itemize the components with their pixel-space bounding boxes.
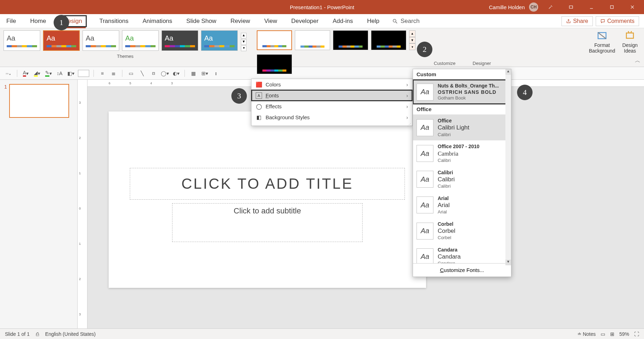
themes-more[interactable]: ▾ bbox=[241, 46, 247, 51]
themes-scroll-down[interactable]: ▼ bbox=[241, 39, 247, 45]
close-button[interactable] bbox=[624, 0, 640, 14]
touch-mode-icon[interactable] bbox=[542, 0, 559, 14]
collapse-ribbon-button[interactable]: ︿ bbox=[635, 57, 640, 65]
tab-addins[interactable]: Add-ins bbox=[331, 16, 354, 27]
font-item-candara[interactable]: Aa Candara Candara Candara bbox=[413, 244, 511, 263]
align-right-icon[interactable]: ≣ bbox=[109, 69, 118, 78]
sort-icon[interactable]: ↕A bbox=[55, 69, 64, 78]
ribbon-display-icon[interactable] bbox=[563, 0, 579, 14]
search-box[interactable]: Search bbox=[392, 18, 420, 25]
line-shape-icon[interactable]: ╲ bbox=[138, 69, 146, 78]
background-icon: ◧ bbox=[256, 114, 262, 121]
tab-view[interactable]: View bbox=[263, 16, 279, 27]
svg-rect-8 bbox=[626, 33, 633, 38]
theme-thumb-6[interactable]: Aa bbox=[201, 30, 238, 51]
themes-scroll-up[interactable]: ▲ bbox=[241, 33, 247, 38]
theme-thumb-5[interactable]: Aa bbox=[162, 30, 198, 51]
font-item-corbel[interactable]: Aa Corbel Corbel Corbel bbox=[413, 218, 511, 244]
slide-thumbnail-1[interactable]: 1 bbox=[4, 84, 73, 118]
menu-effects[interactable]: ◯ Effects › bbox=[251, 101, 412, 112]
font-heading: Corbel bbox=[438, 227, 455, 235]
design-ideas-icon bbox=[625, 30, 635, 41]
textbox-icon[interactable]: ⧈ bbox=[149, 69, 158, 78]
font-name: Candara bbox=[438, 247, 461, 253]
subtitle-placeholder[interactable]: Click to add subtitle bbox=[172, 203, 363, 242]
share-icon bbox=[566, 19, 571, 24]
tab-home[interactable]: Home bbox=[29, 16, 47, 27]
theme-thumb-1[interactable]: Aa bbox=[4, 30, 40, 51]
share-button[interactable]: Share bbox=[561, 16, 593, 26]
tab-transitions[interactable]: Transitions bbox=[98, 16, 130, 27]
rectangle-shape-icon[interactable]: ▭ bbox=[127, 69, 135, 78]
tab-developer[interactable]: Developer bbox=[290, 16, 320, 27]
ribbon-tabs: File Home Design Transitions Animations … bbox=[0, 14, 644, 28]
view-sorter-icon[interactable]: ⊞ bbox=[610, 331, 614, 337]
variant-thumb-3[interactable] bbox=[333, 30, 368, 50]
font-heading: Calibri bbox=[438, 176, 455, 183]
font-swatch: Aa bbox=[417, 248, 433, 263]
merge-button[interactable]: ◐▾ bbox=[172, 69, 180, 78]
format-background-button[interactable]: Format Background bbox=[589, 30, 615, 66]
title-placeholder[interactable]: CLICK TO ADD TITLE bbox=[130, 168, 405, 200]
spellcheck-icon[interactable]: ⎙ bbox=[36, 331, 39, 337]
menu-fonts[interactable]: A Fonts › bbox=[251, 90, 412, 101]
crop-icon[interactable]: ⫾ bbox=[212, 69, 220, 78]
align-left-icon[interactable]: ≡ bbox=[98, 69, 107, 78]
scroll-down-button[interactable]: ▼ bbox=[505, 260, 511, 265]
variant-thumb-2[interactable] bbox=[295, 30, 330, 50]
resize-grip-icon[interactable]: ⋰ bbox=[251, 123, 412, 126]
zoom-level[interactable]: 59% bbox=[619, 331, 629, 337]
chart-icon[interactable]: ▦ bbox=[189, 69, 198, 78]
comments-button[interactable]: Comments bbox=[596, 16, 639, 26]
language-indicator[interactable]: English (United States) bbox=[45, 331, 96, 337]
tab-help[interactable]: Help bbox=[366, 16, 381, 27]
highlight-button[interactable]: ◢▾ bbox=[33, 69, 41, 78]
theme-thumb-2[interactable]: Aa bbox=[43, 30, 80, 51]
variants-more[interactable]: ▾ bbox=[409, 43, 415, 50]
slide-panel[interactable]: 1 bbox=[0, 80, 78, 334]
fit-window-icon[interactable]: ⛶ bbox=[634, 331, 639, 337]
variants-scroll-up[interactable]: ▲ bbox=[409, 30, 415, 37]
menu-background-styles[interactable]: ◧ Background Styles › bbox=[251, 112, 412, 123]
minimize-button[interactable] bbox=[583, 0, 600, 14]
font-item-office[interactable]: Aa Office Calibri Light Calibri bbox=[413, 115, 511, 140]
font-swatch: Aa bbox=[417, 196, 433, 213]
colors-icon: 🟥 bbox=[256, 81, 262, 88]
maximize-button[interactable] bbox=[604, 0, 620, 14]
font-color-button[interactable]: A▾ bbox=[22, 69, 30, 78]
view-normal-icon[interactable]: ▭ bbox=[601, 331, 605, 337]
status-bar: Slide 1 of 1 ⎙ English (United States) ≐… bbox=[0, 328, 644, 339]
scroll-up-button[interactable]: ▲ bbox=[505, 69, 511, 75]
arrange-button[interactable]: ◧▾ bbox=[67, 69, 75, 78]
tab-animations[interactable]: Animations bbox=[141, 16, 174, 27]
font-item-arial[interactable]: Aa Arial Arial Arial bbox=[413, 192, 511, 218]
themes-group: Aa Aa Aa Aa Aa Aa ▲ ▼ ▾ Themes bbox=[0, 28, 250, 67]
chevron-right-icon: › bbox=[406, 103, 408, 109]
variant-thumb-4[interactable] bbox=[371, 30, 406, 50]
tab-slideshow[interactable]: Slide Show bbox=[185, 16, 218, 27]
theme-thumb-3[interactable]: Aa bbox=[83, 30, 119, 51]
font-item-calibri[interactable]: Aa Calibri Calibri Calibri bbox=[413, 167, 511, 192]
outline-button[interactable]: ✎▾ bbox=[44, 69, 53, 78]
fonts-scrollbar[interactable]: ▲ ▼ bbox=[505, 69, 511, 265]
customize-fonts-button[interactable]: Customize Fonts... bbox=[413, 263, 511, 277]
menu-colors[interactable]: 🟥 Colors › bbox=[251, 79, 412, 90]
variants-scroll-down[interactable]: ▼ bbox=[409, 37, 415, 44]
slide-canvas[interactable]: CLICK TO ADD TITLE Click to add subtitle bbox=[109, 111, 426, 288]
notes-button[interactable]: ≐ Notes bbox=[577, 331, 596, 337]
fonts-custom-header: Custom bbox=[413, 69, 511, 80]
theme-thumb-4[interactable]: Aa bbox=[122, 30, 159, 51]
variant-thumb-5[interactable] bbox=[257, 54, 292, 74]
tab-review[interactable]: Review bbox=[229, 16, 251, 27]
shapes-button[interactable]: ◯▾ bbox=[160, 69, 169, 78]
aa-label: Aa bbox=[204, 34, 235, 42]
color-swatch[interactable] bbox=[78, 70, 89, 77]
font-item-office2007[interactable]: Aa Office 2007 - 2010 Cambria Calibri bbox=[413, 140, 511, 166]
table-button[interactable]: ⊞▾ bbox=[200, 69, 209, 78]
avatar[interactable]: CH bbox=[529, 2, 538, 12]
font-item-custom1[interactable]: Aa Nuts & Bolts_Orange Th... OSTRICH SAN… bbox=[413, 80, 511, 104]
tab-file[interactable]: File bbox=[5, 16, 17, 27]
font-body: Candara bbox=[438, 261, 461, 263]
variant-thumb-1[interactable] bbox=[257, 30, 292, 50]
align-button[interactable]: ⎓▾ bbox=[4, 69, 13, 78]
